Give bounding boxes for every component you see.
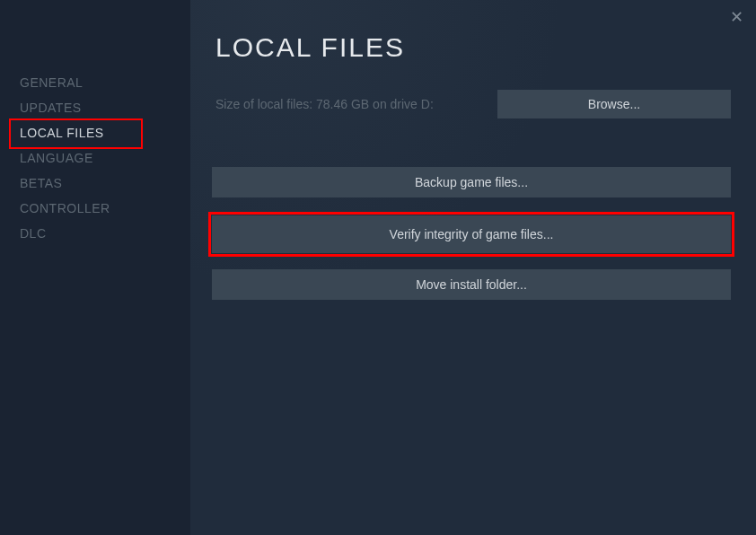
sidebar: General Updates Local Files Language Bet… (0, 0, 190, 535)
sidebar-item-controller[interactable]: Controller (0, 196, 190, 221)
sidebar-item-dlc[interactable]: DLC (0, 221, 190, 246)
close-icon[interactable]: ✕ (730, 9, 743, 25)
browse-button[interactable]: Browse... (497, 90, 731, 118)
sidebar-item-language[interactable]: Language (0, 145, 190, 171)
file-info-row: Size of local files: 78.46 GB on drive D… (190, 63, 756, 118)
file-size-text: Size of local files: 78.46 GB on drive D… (199, 97, 479, 111)
sidebar-item-local-files[interactable]: Local Files (0, 120, 190, 145)
backup-button[interactable]: Backup game files... (212, 167, 731, 197)
sidebar-item-betas[interactable]: Betas (0, 171, 190, 196)
sidebar-item-updates[interactable]: Updates (0, 95, 190, 120)
page-title: Local Files (190, 0, 756, 63)
verify-button[interactable]: Verify integrity of game files... (212, 215, 731, 253)
move-button[interactable]: Move install folder... (212, 269, 731, 300)
sidebar-item-general[interactable]: General (0, 70, 190, 95)
main-content: ✕ Local Files Size of local files: 78.46… (190, 0, 756, 535)
button-group: Backup game files... Verify integrity of… (190, 118, 756, 300)
